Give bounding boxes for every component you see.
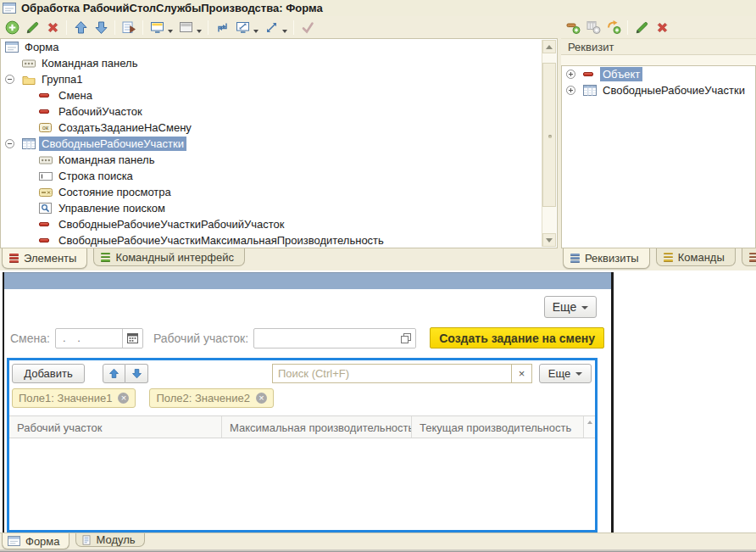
tab-komandnyi-interfeis[interactable]: Командный интерфейс	[93, 248, 245, 266]
designer-panels: Форма Командная панель Группа1 Смена	[0, 16, 756, 270]
tab-elementy[interactable]: Элементы	[2, 248, 87, 269]
move-down-button[interactable]	[91, 18, 111, 36]
tree-item-label: Форма	[22, 40, 62, 54]
table-add-button[interactable]: Добавить	[12, 364, 85, 383]
form-more-button[interactable]: Еще	[544, 296, 597, 318]
dropdown-caret-icon[interactable]	[168, 30, 173, 33]
edit-button[interactable]	[22, 18, 42, 36]
add-table-attribute-icon	[586, 20, 601, 35]
toolbar-separator	[208, 20, 208, 35]
table-command-bar: Добавить	[9, 360, 595, 385]
tree-item-svobodnye-rabochie-uchastki[interactable]: СвободныеРабочиеУчастки	[1, 136, 557, 152]
expand-icon[interactable]	[566, 70, 575, 79]
dropdown-caret-icon[interactable]	[197, 30, 202, 33]
tree-item-komandnaya-panel[interactable]: Командная панель	[1, 55, 557, 71]
tab-modul[interactable]: Модуль	[75, 533, 145, 547]
add-column-button[interactable]	[603, 18, 624, 36]
table-icon	[22, 138, 39, 149]
expand-icon[interactable]	[566, 86, 575, 95]
column-header-workcenter[interactable]: Рабочий участок	[9, 416, 222, 438]
stretch-button[interactable]	[261, 18, 281, 36]
row-move-down-button[interactable]	[125, 364, 148, 383]
command-bar-icon	[39, 156, 56, 164]
delete-button[interactable]	[42, 18, 63, 36]
shift-date-input[interactable]	[56, 329, 122, 348]
filter-chip[interactable]: Поле1: Значение1	[12, 388, 136, 408]
apply-button[interactable]	[297, 18, 318, 36]
tree-item-upravlenie-poiskom[interactable]: Управление поиском	[1, 200, 557, 216]
tree-item-rabochiy-uchastok[interactable]: РабочийУчасток	[1, 103, 557, 120]
choose-button[interactable]	[397, 329, 415, 348]
parameters-stack-icon	[749, 253, 756, 262]
tree-item-sozdat-zadanie-na-smenu[interactable]: ок СоздатьЗаданиеНаСмену	[1, 120, 557, 136]
panel-appearance-button[interactable]	[175, 18, 196, 36]
tree-item-forma[interactable]: Форма	[1, 39, 557, 55]
check-order-icon	[122, 20, 136, 35]
view-status-icon	[39, 188, 56, 197]
check-order-button[interactable]	[119, 18, 139, 36]
preview-scale-button[interactable]	[232, 18, 253, 36]
attribute-column-header[interactable]: Реквизит	[561, 38, 756, 55]
move-up-button[interactable]	[70, 18, 91, 36]
panel-appearance-icon	[179, 20, 193, 35]
workcenter-label: Рабочий участок:	[153, 332, 248, 345]
add-table-attribute-button[interactable]	[583, 18, 603, 36]
tab-rekvizity[interactable]: Реквизиты	[563, 248, 650, 269]
column-header-max-performance[interactable]: Максимальная производительность	[222, 416, 412, 438]
shift-date-field[interactable]	[55, 328, 143, 348]
tab-label: Модуль	[97, 533, 136, 546]
delete-attribute-button[interactable]	[652, 18, 672, 36]
tree-item-sru-maks-proizvoditelnost[interactable]: СвободныеРабочиеУчасткиМаксимальнаяПроиз…	[1, 232, 557, 248]
form-preview-body: Еще Смена: Рабочий участок:	[4, 289, 611, 532]
free-workcenters-table[interactable]: Добавить	[7, 358, 598, 532]
calendar-icon	[127, 332, 138, 343]
table-search-group	[272, 364, 532, 383]
dropdown-caret-icon[interactable]	[253, 30, 258, 33]
tab-label: Реквизиты	[585, 252, 639, 265]
tree-item-sostoyanie-prosmotra[interactable]: Состояние просмотра	[1, 184, 557, 200]
scrollbar-thumb[interactable]	[542, 63, 556, 207]
elements-tree-scrollbar[interactable]	[542, 40, 556, 247]
tree-item-obiekt[interactable]: Объект	[562, 66, 755, 82]
search-control-icon	[39, 203, 56, 214]
add-attribute-button[interactable]	[563, 18, 583, 36]
tab-forma[interactable]: Форма	[2, 533, 69, 549]
dropdown-caret-icon[interactable]	[282, 30, 287, 33]
tab-parametry[interactable]: Па	[742, 248, 756, 266]
create-task-button[interactable]: Создать задание на смену	[430, 327, 604, 348]
filter-chip[interactable]: Поле2: Значение2	[149, 388, 273, 408]
add-button[interactable]	[2, 18, 22, 36]
add-icon	[5, 20, 19, 35]
form-appearance-button[interactable]	[147, 18, 167, 36]
table-search-input[interactable]	[272, 364, 512, 383]
tab-komandy[interactable]: Команды	[656, 248, 736, 266]
tree-item-komandnaya-panel-tablitsy[interactable]: Командная панель	[1, 152, 557, 168]
row-move-up-button[interactable]	[103, 364, 125, 383]
remove-filter-icon[interactable]	[118, 393, 129, 404]
scroll-up-icon[interactable]	[542, 40, 556, 53]
folder-icon	[22, 75, 39, 85]
edit-attribute-button[interactable]	[631, 18, 652, 36]
form-fields-row: Смена: Рабочий участок:	[10, 327, 604, 348]
collapse-icon[interactable]	[5, 139, 14, 148]
collapse-icon[interactable]	[5, 75, 14, 84]
tree-item-sru-rabochiy-uchastok[interactable]: СвободныеРабочиеУчасткиРабочийУчасток	[1, 216, 557, 232]
tree-item-svobodnye-rabochie-uchastki-rekvizit[interactable]: СвободныеРабочиеУчастки	[562, 82, 755, 98]
remove-filter-icon[interactable]	[256, 393, 267, 404]
clear-search-icon[interactable]	[512, 364, 532, 383]
table-more-button[interactable]: Еще	[539, 364, 592, 383]
tree-item-smena[interactable]: Смена	[1, 87, 557, 103]
tree-item-gruppa1[interactable]: Группа1	[1, 71, 557, 87]
column-header-current-performance[interactable]: Текущая производительность	[412, 416, 583, 438]
workcenter-field[interactable]	[253, 328, 416, 348]
designer-window: Обработка РабочийСтолСлужбыПроизводства:…	[0, 0, 756, 552]
calendar-button[interactable]	[122, 329, 142, 348]
tree-item-label: СвободныеРабочиеУчастки	[600, 83, 748, 98]
tree-item-stroka-poiska[interactable]: Строка поиска	[1, 168, 557, 184]
scroll-up-icon[interactable]	[587, 421, 592, 424]
workcenter-input[interactable]	[254, 329, 397, 348]
swap-elements-button[interactable]	[212, 18, 232, 36]
table-scrollbar[interactable]	[583, 416, 595, 438]
scroll-down-icon[interactable]	[542, 233, 556, 247]
apply-icon	[301, 20, 315, 35]
